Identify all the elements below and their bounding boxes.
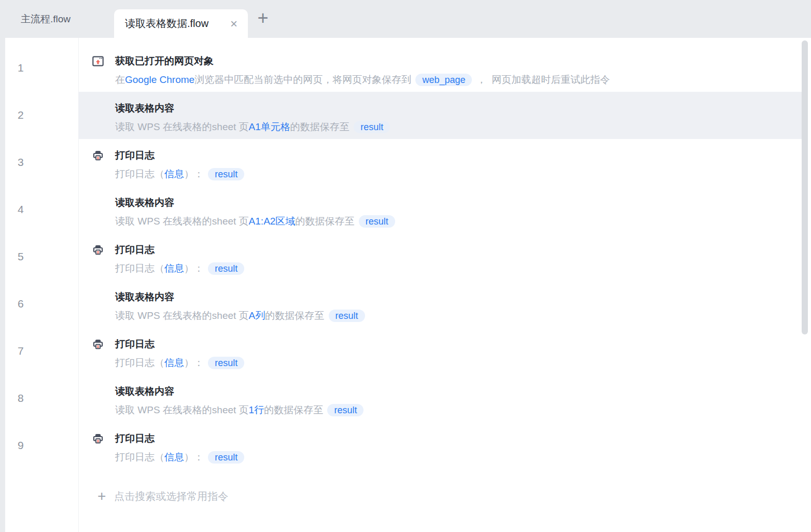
- flow-step-row[interactable]: 3打印日志打印日志（信息）： result: [5, 139, 811, 186]
- flow-step-row[interactable]: 1获取已打开的网页对象在Google Chrome浏览器中匹配当前选中的网页，将…: [5, 45, 811, 92]
- step-number: 2: [5, 92, 78, 139]
- step-description: 打印日志（信息）： result: [115, 167, 802, 181]
- desc-text: 的数据保存至: [295, 216, 357, 227]
- desc-text: ）：: [184, 263, 206, 274]
- step-number: 7: [5, 328, 78, 375]
- tab-read-table-data-flow[interactable]: 读取表格数据.flow ×: [114, 9, 248, 38]
- flow-canvas: 1获取已打开的网页对象在Google Chrome浏览器中匹配当前选中的网页，将…: [5, 38, 811, 532]
- step-number: 6: [5, 281, 78, 328]
- step-number: 1: [5, 45, 78, 92]
- step-description: 读取 WPS 在线表格的sheet 页A1单元格的数据保存至 result: [115, 120, 802, 134]
- step-title: 打印日志: [115, 244, 802, 256]
- variable-pill[interactable]: result: [208, 168, 244, 180]
- tab-label: 读取表格数据.flow: [125, 17, 227, 31]
- parameter-link[interactable]: A1单元格: [249, 121, 290, 132]
- parameter-link[interactable]: 信息: [164, 169, 184, 179]
- printer-icon: [92, 432, 115, 446]
- parameter-link[interactable]: 信息: [164, 263, 184, 274]
- variable-pill[interactable]: web_page: [415, 74, 472, 86]
- tab-label: 主流程.flow: [21, 12, 71, 26]
- step-description: 打印日志（信息）： result: [115, 450, 802, 465]
- step-description: 读取 WPS 在线表格的sheet 页A列的数据保存至 result: [115, 309, 802, 323]
- add-instruction-row[interactable]: + 点击搜索或选择常用指令: [97, 485, 811, 508]
- desc-text: 打印日志（: [115, 263, 164, 274]
- variable-pill[interactable]: result: [208, 357, 244, 369]
- parameter-link[interactable]: A列: [249, 310, 265, 321]
- step-description: 读取 WPS 在线表格的sheet 页A1:A2区域的数据保存至 result: [115, 214, 802, 229]
- printer-icon: [92, 149, 115, 163]
- parameter-link[interactable]: 1行: [249, 404, 264, 415]
- step-description: 在Google Chrome浏览器中匹配当前选中的网页，将网页对象保存到 web…: [115, 73, 802, 87]
- desc-text: 打印日志（: [115, 452, 164, 463]
- flow-step-row[interactable]: 8读取表格内容读取 WPS 在线表格的sheet 页1行的数据保存至 resul…: [5, 375, 811, 422]
- step-title: 读取表格内容: [115, 385, 802, 398]
- icon-slot-empty: [92, 291, 115, 291]
- tab-bar: 主流程.flow 读取表格数据.flow × +: [0, 0, 811, 38]
- desc-text: ）：: [184, 357, 206, 368]
- variable-pill[interactable]: result: [327, 404, 363, 416]
- step-title: 打印日志: [115, 432, 802, 445]
- step-description: 打印日志（信息）： result: [115, 356, 802, 370]
- desc-text: ）：: [184, 452, 206, 463]
- desc-text: 的数据保存至: [264, 404, 326, 415]
- parameter-link[interactable]: A1:A2区域: [249, 216, 296, 227]
- tab-main-flow[interactable]: 主流程.flow: [0, 0, 91, 38]
- variable-pill[interactable]: result: [359, 215, 395, 228]
- step-title: 读取表格内容: [115, 102, 802, 115]
- step-description: 读取 WPS 在线表格的sheet 页1行的数据保存至 result: [115, 403, 802, 417]
- desc-text: 打印日志（: [115, 169, 164, 179]
- step-number: 9: [5, 422, 78, 469]
- desc-text: 读取 WPS 在线表格的sheet 页: [115, 310, 249, 321]
- step-title: 读取表格内容: [115, 197, 802, 209]
- step-description: 打印日志（信息）： result: [115, 261, 802, 276]
- flow-step-row[interactable]: 6读取表格内容读取 WPS 在线表格的sheet 页A列的数据保存至 resul…: [5, 281, 811, 328]
- desc-text: 浏览器中匹配当前选中的网页，将网页对象保存到: [194, 74, 414, 85]
- desc-text: 读取 WPS 在线表格的sheet 页: [115, 216, 249, 227]
- desc-text: 打印日志（: [115, 357, 164, 368]
- desc-text: 读取 WPS 在线表格的sheet 页: [115, 404, 249, 415]
- step-number: 5: [5, 233, 78, 281]
- add-instruction-label: 点击搜索或选择常用指令: [114, 489, 228, 503]
- variable-pill[interactable]: result: [208, 451, 244, 464]
- flow-step-row[interactable]: 4读取表格内容读取 WPS 在线表格的sheet 页A1:A2区域的数据保存至 …: [5, 186, 811, 233]
- flow-step-row[interactable]: 7打印日志打印日志（信息）： result: [5, 328, 811, 375]
- parameter-link[interactable]: 信息: [164, 357, 184, 368]
- variable-pill[interactable]: result: [208, 262, 244, 275]
- desc-text: 的数据保存至: [265, 310, 327, 321]
- step-title: 获取已打开的网页对象: [115, 55, 802, 67]
- printer-icon: [92, 244, 115, 258]
- icon-slot-empty: [92, 385, 115, 386]
- close-tab-icon[interactable]: ×: [227, 18, 241, 30]
- variable-pill[interactable]: result: [354, 121, 390, 133]
- flow-step-row[interactable]: 5打印日志打印日志（信息）： result: [5, 233, 811, 281]
- scrollbar-thumb[interactable]: [802, 40, 808, 334]
- flow-step-row[interactable]: 9打印日志打印日志（信息）： result: [5, 422, 811, 469]
- desc-text: 的数据保存至: [290, 121, 352, 132]
- parameter-link[interactable]: 信息: [164, 452, 184, 463]
- desc-text: 在: [115, 74, 125, 85]
- icon-slot-empty: [92, 102, 115, 103]
- step-title: 打印日志: [115, 338, 802, 351]
- step-title: 打印日志: [115, 149, 802, 162]
- browser-window-icon: [92, 55, 115, 69]
- desc-text: ， 网页加载超时后重试此指令: [473, 74, 610, 85]
- step-title: 读取表格内容: [115, 291, 802, 303]
- icon-slot-empty: [92, 197, 115, 197]
- desc-text: 读取 WPS 在线表格的sheet 页: [115, 121, 249, 132]
- plus-icon: +: [97, 489, 106, 503]
- desc-text: ）：: [184, 169, 206, 179]
- parameter-link[interactable]: Google Chrome: [125, 74, 194, 85]
- new-tab-button[interactable]: +: [251, 0, 275, 36]
- scrollbar[interactable]: [802, 38, 808, 532]
- flow-step-row[interactable]: 2读取表格内容读取 WPS 在线表格的sheet 页A1单元格的数据保存至 re…: [5, 92, 811, 139]
- variable-pill[interactable]: result: [329, 310, 365, 322]
- printer-icon: [92, 338, 115, 352]
- steps-list: 1获取已打开的网页对象在Google Chrome浏览器中匹配当前选中的网页，将…: [5, 38, 811, 469]
- step-number: 3: [5, 139, 78, 186]
- step-number: 4: [5, 186, 78, 233]
- step-number: 8: [5, 375, 78, 422]
